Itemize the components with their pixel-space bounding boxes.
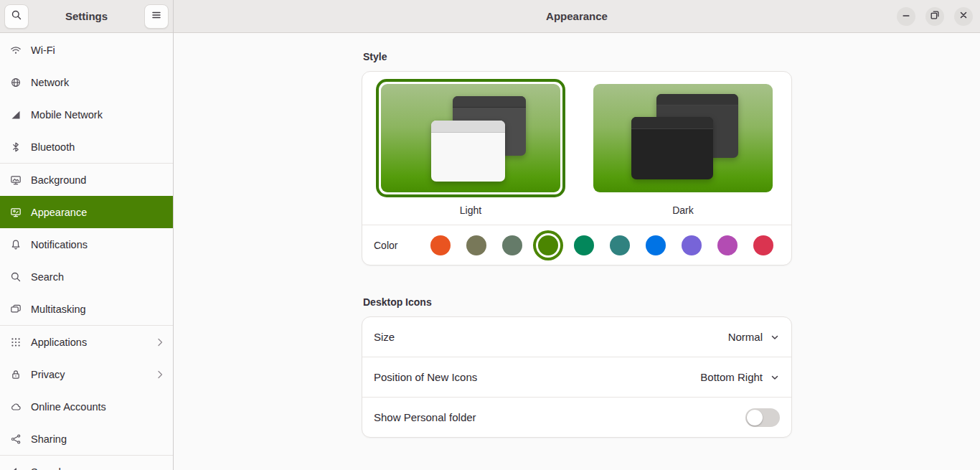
sidebar-title: Settings — [65, 10, 108, 22]
sidebar-item-label: Wi-Fi — [31, 44, 55, 56]
style-option-dark[interactable]: Dark — [588, 79, 778, 216]
accent-swatch-bark[interactable] — [466, 235, 486, 255]
sidebar-item-sound[interactable]: Sound — [0, 456, 173, 470]
sidebar-item-mobile-network[interactable]: Mobile Network — [0, 98, 173, 131]
accent-color-swatches — [430, 235, 773, 255]
sidebar-item-label: Bluetooth — [31, 141, 75, 153]
show-personal-folder-row[interactable]: Show Personal folder — [362, 398, 791, 437]
app-grid-icon — [10, 337, 22, 348]
sidebar-item-label: Privacy — [31, 369, 65, 380]
size-label: Size — [374, 331, 395, 343]
preview-window-front — [631, 117, 713, 179]
desktop-icons-section-title: Desktop Icons — [363, 296, 792, 308]
accent-swatch-prussian-green[interactable] — [610, 235, 630, 255]
network-icon — [10, 77, 22, 88]
sidebar-item-background[interactable]: Background — [0, 164, 173, 196]
accent-swatch-sage[interactable] — [502, 235, 522, 255]
restore-button[interactable] — [925, 7, 944, 26]
sidebar-item-label: Sound — [31, 466, 61, 470]
light-style-preview — [381, 84, 560, 192]
settings-window: Settings Wi-Fi Network Mobile Network — [0, 0, 980, 470]
bell-icon — [10, 239, 22, 250]
chevron-down-icon — [770, 332, 780, 342]
wifi-icon — [10, 44, 22, 56]
dark-preview-frame — [588, 79, 778, 197]
show-personal-folder-toggle[interactable] — [745, 408, 780, 427]
style-card: Light Dark — [362, 71, 792, 265]
sidebar-headerbar: Settings — [0, 0, 173, 33]
position-of-new-icons-row[interactable]: Position of New Icons Bottom Right — [362, 357, 791, 397]
sidebar-item-label: Notifications — [31, 239, 88, 250]
sidebar-item-notifications[interactable]: Notifications — [0, 228, 173, 260]
sidebar-item-sharing[interactable]: Sharing — [0, 423, 173, 455]
accent-swatch-olive[interactable] — [538, 235, 558, 255]
sidebar-item-appearance[interactable]: Appearance — [0, 196, 173, 228]
accent-swatch-blue[interactable] — [646, 235, 666, 255]
search-button[interactable] — [4, 4, 29, 29]
cloud-icon — [10, 401, 22, 413]
sidebar-item-label: Background — [31, 174, 86, 186]
sidebar-item-label: Appearance — [31, 207, 87, 218]
light-option-label: Light — [460, 205, 481, 216]
sidebar-item-wifi[interactable]: Wi-Fi — [0, 34, 173, 66]
page-title: Appearance — [546, 10, 608, 22]
headerbar: Appearance — [174, 0, 980, 33]
sidebar-item-privacy[interactable]: Privacy — [0, 358, 173, 390]
multitasking-icon — [10, 304, 22, 315]
style-section-title: Style — [363, 51, 792, 62]
dark-style-preview — [593, 84, 773, 192]
main-menu-button[interactable] — [144, 4, 169, 29]
hamburger-menu-icon — [151, 9, 162, 23]
position-dropdown[interactable]: Bottom Right — [700, 371, 780, 383]
close-icon — [958, 9, 969, 23]
sidebar-item-applications[interactable]: Applications — [0, 326, 173, 358]
dark-option-label: Dark — [672, 205, 694, 216]
sidebar-item-label: Network — [31, 77, 69, 88]
sidebar-item-search[interactable]: Search — [0, 260, 173, 293]
search-icon — [10, 271, 22, 283]
chevron-right-icon — [154, 369, 166, 380]
minimize-button[interactable] — [897, 7, 915, 26]
close-button[interactable] — [954, 7, 973, 26]
accent-swatch-viridian[interactable] — [574, 235, 594, 255]
style-previews: Light Dark — [362, 72, 791, 225]
window-controls — [897, 0, 973, 32]
light-preview-frame — [376, 79, 565, 197]
chevron-down-icon — [770, 372, 780, 382]
accent-color-row: Color — [362, 225, 791, 265]
size-value: Normal — [728, 331, 763, 343]
accent-swatch-red[interactable] — [753, 235, 773, 255]
accent-swatch-orange[interactable] — [430, 235, 451, 255]
sidebar-item-label: Search — [31, 271, 64, 283]
bluetooth-icon — [10, 141, 22, 153]
minimize-icon — [900, 9, 912, 23]
chevron-right-icon — [154, 337, 166, 348]
sidebar-item-label: Mobile Network — [31, 109, 103, 121]
speaker-icon — [10, 466, 22, 470]
desktop-icons-card: Size Normal Position of New Icons Bottom… — [362, 316, 792, 438]
size-dropdown[interactable]: Normal — [728, 331, 780, 343]
toggle-knob — [747, 410, 763, 426]
search-icon — [11, 9, 22, 23]
sidebar-item-online-accounts[interactable]: Online Accounts — [0, 390, 173, 423]
sidebar-item-label: Sharing — [31, 433, 67, 445]
sidebar-item-multitasking[interactable]: Multitasking — [0, 293, 173, 325]
style-option-light[interactable]: Light — [376, 79, 565, 216]
background-icon — [10, 174, 22, 186]
color-row-label: Color — [374, 240, 397, 251]
sidebar-item-label: Multitasking — [31, 304, 86, 315]
mobile-network-icon — [10, 109, 22, 121]
accent-swatch-magenta[interactable] — [717, 235, 738, 255]
sidebar-item-network[interactable]: Network — [0, 66, 173, 98]
sidebar: Settings Wi-Fi Network Mobile Network — [0, 0, 174, 470]
sidebar-item-label: Online Accounts — [31, 401, 106, 413]
accent-swatch-purple[interactable] — [682, 235, 702, 255]
main-panel: Appearance Style — [174, 0, 980, 470]
lock-icon — [10, 369, 22, 380]
appearance-icon — [10, 207, 22, 218]
position-value: Bottom Right — [700, 371, 763, 383]
sidebar-item-bluetooth[interactable]: Bluetooth — [0, 131, 173, 163]
show-personal-folder-label: Show Personal folder — [374, 411, 476, 423]
size-row[interactable]: Size Normal — [362, 317, 791, 357]
preview-window-front — [431, 121, 505, 182]
